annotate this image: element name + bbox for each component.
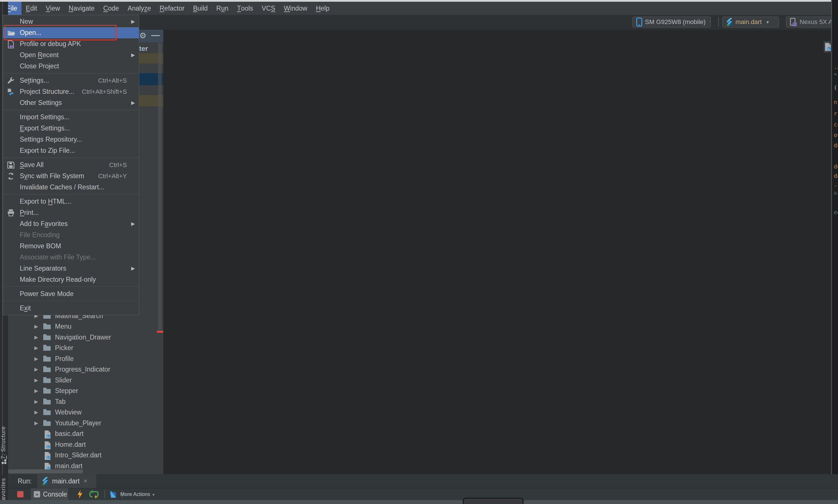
expand-arrow-icon[interactable]: ▶	[34, 356, 38, 362]
menu-item-label: Exit	[20, 304, 31, 312]
dart-devtools-icon[interactable]	[109, 490, 117, 499]
editor-area[interactable]	[163, 30, 832, 474]
menu-item-shortcut: Ctrl+Alt+Shift+S	[82, 88, 127, 95]
sidebar-item-structure[interactable]: 7: Structure	[0, 425, 8, 461]
expand-arrow-icon[interactable]: ▶	[34, 420, 38, 426]
tree-horizontal-scrollbar[interactable]	[8, 469, 83, 473]
tree-item-label: Progress_Indicator	[55, 365, 110, 373]
tree-item-youtube-player[interactable]: ▶Youtube_Player	[8, 418, 163, 429]
tree-item-profile[interactable]: ▶Profile	[8, 354, 163, 364]
expand-arrow-icon[interactable]: ▶	[34, 345, 38, 351]
menubar-item-run[interactable]: Run	[212, 2, 233, 15]
hot-restart-icon[interactable]	[89, 490, 99, 499]
expand-arrow-icon[interactable]: ▶	[34, 366, 38, 373]
tree-item-menu[interactable]: ▶Menu	[8, 321, 163, 332]
menu-item-label: Invalidate Caches / Restart...	[20, 183, 104, 191]
run-tab-main-dart[interactable]: main.dart ×	[37, 474, 96, 488]
menu-item-power-save-mode[interactable]: Power Save Mode	[3, 288, 139, 300]
menubar-item-analyze[interactable]: Analyze	[123, 2, 155, 15]
expand-arrow-icon[interactable]: ▶	[34, 335, 38, 340]
file-menu-popup: New▶Open...Profile or debug APKOpen Rece…	[3, 15, 139, 315]
menubar-item-build[interactable]: Build	[189, 2, 212, 15]
tree-item-label: Stepper	[55, 387, 78, 395]
menu-item-print[interactable]: Print...	[3, 207, 139, 218]
tab-console[interactable]: > Console	[31, 488, 68, 500]
tree-item-picker[interactable]: ▶Picker	[8, 343, 163, 353]
hot-reload-icon[interactable]	[77, 490, 83, 499]
menubar-item-view[interactable]: View	[41, 2, 65, 15]
tree-item-stepper[interactable]: ▶Stepper	[8, 385, 163, 396]
menubar-item-window[interactable]: Window	[279, 2, 312, 15]
tree-item-intro-slider-dart[interactable]: Intro_Slider.dart	[8, 450, 163, 461]
tree-item-basic-dart[interactable]: basic.dart	[8, 429, 163, 439]
expand-arrow-icon[interactable]: ▶	[34, 377, 38, 383]
flutter-icon	[42, 477, 49, 485]
menu-item-export-to-zip-file[interactable]: Export to Zip File...	[3, 145, 139, 156]
folder-icon	[43, 387, 51, 394]
menu-item-sync-with-file-system[interactable]: Sync with File SystemCtrl+Alt+Y	[3, 170, 139, 182]
folder-icon	[43, 344, 51, 351]
menu-item-other-settings[interactable]: Other Settings▶	[3, 97, 139, 108]
hide-panel-icon[interactable]: —	[151, 30, 160, 40]
menubar-item-code[interactable]: Code	[99, 2, 123, 15]
menu-item-export-to-html[interactable]: Export to HTML...	[3, 196, 139, 207]
menu-item-settings-repository[interactable]: Settings Repository...	[3, 134, 139, 145]
clipped-code-fragment: do	[834, 173, 838, 179]
menu-item-add-to-favorites[interactable]: Add to Favorites▶	[3, 218, 139, 229]
tree-vertical-scrollbar[interactable]	[158, 43, 162, 330]
menubar-item-refactor[interactable]: Refactor	[155, 2, 189, 15]
menu-item-remove-bom[interactable]: Remove BOM	[3, 240, 139, 252]
menubar-item-vcs[interactable]: VCS	[257, 2, 279, 15]
menu-item-label: Settings Repository...	[20, 136, 82, 143]
menubar-item-tools[interactable]: Tools	[233, 2, 257, 15]
menu-item-label: Sync with File System	[20, 172, 84, 180]
menu-item-project-structure[interactable]: Project Structure...Ctrl+Alt+Shift+S	[3, 86, 139, 97]
clipped-code-fragment: nt	[834, 99, 838, 106]
clipped-code-fragment: (	[834, 84, 837, 91]
clipped-code-fragment: do	[834, 163, 838, 170]
menu-item-import-settings[interactable]: Import Settings...	[3, 111, 139, 123]
expand-arrow-icon[interactable]: ▶	[34, 324, 38, 329]
expand-arrow-icon[interactable]: ▶	[34, 409, 38, 415]
tree-item-webview[interactable]: ▶Webview	[8, 407, 163, 418]
gear-icon[interactable]: ⚙	[139, 31, 146, 40]
menu-item-make-directory-read-only[interactable]: Make Directory Read-only	[3, 274, 139, 285]
menu-item-open-recent[interactable]: Open Recent▶	[3, 50, 139, 61]
device-selector-dropdown[interactable]: SM G925W8 (mobile) ▼	[632, 17, 711, 28]
menubar-item-help[interactable]: Help	[312, 2, 334, 15]
tree-item-label: Navigation_Drawer	[55, 334, 111, 341]
menu-item-save-all[interactable]: Save AllCtrl+S	[3, 159, 139, 170]
submenu-arrow-icon: ▶	[131, 19, 135, 24]
menu-item-export-settings[interactable]: Export Settings...	[3, 123, 139, 134]
tree-item-label: Menu	[55, 323, 72, 330]
menu-item-open[interactable]: Open...	[3, 27, 139, 38]
folder-icon	[43, 377, 51, 383]
tree-item-navigation-drawer[interactable]: ▶Navigation_Drawer	[8, 332, 163, 343]
tree-item-slider[interactable]: ▶Slider	[8, 375, 163, 385]
close-icon[interactable]: ×	[84, 478, 87, 485]
tree-item-home-dart[interactable]: Home.dart	[8, 439, 163, 450]
menu-item-invalidate-caches-restart[interactable]: Invalidate Caches / Restart...	[3, 182, 139, 193]
folder-icon	[43, 366, 51, 373]
stop-button[interactable]	[17, 491, 23, 498]
menubar-item-edit[interactable]: Edit	[21, 2, 41, 15]
target-device-dropdown[interactable]: Nexus 5X AP	[786, 17, 831, 28]
clipped-code-fragment: -i	[834, 182, 838, 189]
tree-item-label: Youtube_Player	[55, 419, 101, 427]
more-actions-button[interactable]: More Actions▼	[120, 491, 155, 498]
expand-arrow-icon[interactable]: ▶	[34, 399, 38, 405]
menubar-item-navigate[interactable]: Navigate	[65, 2, 99, 15]
folder-icon	[43, 334, 51, 341]
menu-item-profile-or-debug-apk[interactable]: Profile or debug APK	[3, 38, 139, 50]
menu-item-close-project[interactable]: Close Project	[3, 61, 139, 72]
run-config-dropdown[interactable]: main.dart ▼	[722, 17, 779, 28]
menu-item-label: File Encoding	[20, 231, 59, 239]
clipped-popup-button[interactable]	[463, 498, 524, 504]
menu-item-new[interactable]: New▶	[3, 16, 139, 27]
expand-arrow-icon[interactable]: ▶	[34, 388, 38, 394]
menu-item-line-separators[interactable]: Line Separators▶	[3, 263, 139, 274]
tree-item-tab[interactable]: ▶Tab	[8, 396, 163, 407]
tree-item-progress-indicator[interactable]: ▶Progress_Indicator	[8, 364, 163, 375]
menu-item-settings[interactable]: Settings...Ctrl+Alt+S	[3, 75, 139, 86]
menu-item-exit[interactable]: Exit	[3, 303, 139, 314]
